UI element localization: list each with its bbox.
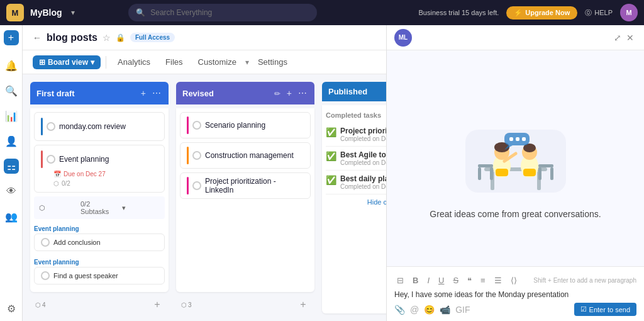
task-card[interactable]: Scenario planning <box>180 112 311 138</box>
help-button[interactable]: ⓪ HELP <box>585 8 613 18</box>
task-card[interactable]: Project prioritization - LinkedIn <box>180 172 311 199</box>
revised-add-button[interactable]: + <box>286 87 293 99</box>
chat-expand-button[interactable]: ⤢ <box>611 30 624 45</box>
task-card[interactable]: monday.com review <box>34 112 165 141</box>
bell-icon[interactable]: 🔔 <box>4 58 19 73</box>
first-draft-add-button[interactable]: + <box>140 87 147 99</box>
subtask-circle-icon <box>41 238 50 247</box>
add-task-button[interactable]: + <box>297 298 309 311</box>
chat-input[interactable] <box>394 290 636 299</box>
subtask-card[interactable]: Add conclusion <box>34 234 165 251</box>
enter-to-send-button[interactable]: ☑ Enter to send <box>574 303 636 316</box>
revised-menu-button[interactable]: ⋯ <box>297 87 308 99</box>
underline-button[interactable]: U <box>436 274 447 286</box>
quote-button[interactable]: ❝ <box>465 274 474 286</box>
chart-icon[interactable]: 📊 <box>4 108 19 123</box>
completed-task[interactable]: ✅ Best Agile tools Completed on Dec 25, … <box>326 147 386 171</box>
column-header-first-draft: First draft + ⋯ <box>30 82 169 104</box>
bold-button[interactable]: B <box>410 274 421 286</box>
upgrade-icon: ⚡ <box>514 9 523 17</box>
settings-button[interactable]: Settings <box>252 55 294 69</box>
revised-edit-button[interactable]: ✏ <box>273 87 282 99</box>
revised-title: Revised <box>182 89 269 98</box>
task-dot-icon <box>187 116 189 134</box>
bullet-list-button[interactable]: ≡ <box>478 274 488 286</box>
column-published: Published Completed tasks ✅ Project prio… <box>322 82 386 313</box>
chat-close-button[interactable]: ✕ <box>624 30 636 45</box>
files-button[interactable]: Files <box>159 55 189 69</box>
left-sidebar: + 🔔 🔍 📊 👤 ⚏ 👁 👥 ⚙ <box>0 25 23 321</box>
subtask-toggle[interactable]: ⬡ 0/2 Subtasks ▾ <box>34 196 165 219</box>
paperclip-icon[interactable]: 📎 <box>394 305 405 315</box>
user-avatar[interactable]: M <box>620 4 638 21</box>
subtask-circle-icon <box>41 271 50 280</box>
search-sidebar-icon[interactable]: 🔍 <box>4 83 19 98</box>
task-name: Event planning <box>41 150 158 168</box>
content-area: ← blog posts ☆ 🔒 Full Access ⊞ Board vie… <box>23 25 386 321</box>
group-icon[interactable]: 👥 <box>4 209 19 224</box>
revised-body: Scenario planning Construction managemen… <box>176 108 314 292</box>
app-name: MyBlog <box>30 8 62 18</box>
emoji-icon[interactable]: 😊 <box>424 305 435 315</box>
task-circle-icon <box>47 122 55 131</box>
first-draft-footer: ⬡ 4 + <box>30 296 169 313</box>
hide-completed-link[interactable]: Hide completed <box>326 194 386 206</box>
chat-tagline: Great ideas come from great conversation… <box>430 209 601 219</box>
task-card[interactable]: Construction management <box>180 142 311 169</box>
completed-check-icon: ✅ <box>326 175 336 185</box>
workspace-icon[interactable]: ⚏ <box>4 159 19 174</box>
subtask-group-label[interactable]: Event planning <box>34 256 165 267</box>
code-button[interactable]: ⟨⟩ <box>508 274 519 286</box>
task-circle-icon <box>192 181 201 190</box>
footer-count: ⬡ 4 <box>35 301 46 308</box>
analytics-button[interactable]: Analytics <box>111 55 157 69</box>
completed-task[interactable]: ✅ Best daily planners Completed on Dec 2… <box>326 171 386 194</box>
svg-rect-16 <box>478 164 493 167</box>
access-badge: Full Access <box>130 33 175 42</box>
board-view-button[interactable]: ⊞ Board view ▾ <box>33 55 101 69</box>
search-input[interactable] <box>150 8 309 17</box>
app-name-chevron-icon[interactable]: ▾ <box>71 8 75 17</box>
eye-icon[interactable]: 👁 <box>4 184 19 199</box>
back-button[interactable]: ← <box>33 33 42 43</box>
chat-icons-row: 📎 @ 😊 📹 GIF <box>394 305 470 315</box>
subtask-group-label[interactable]: Event planning <box>34 223 165 234</box>
published-title: Published <box>328 87 386 96</box>
completed-check-icon: ✅ <box>326 151 336 161</box>
gif-icon[interactable]: GIF <box>455 305 470 315</box>
customize-chevron-icon[interactable]: ▾ <box>245 58 249 67</box>
column-header-revised: Revised ✏ + ⋯ <box>176 82 314 104</box>
app-logo[interactable]: M <box>6 4 24 21</box>
attachment-icon[interactable]: ⊟ <box>394 274 406 286</box>
mention-icon[interactable]: @ <box>410 305 419 315</box>
first-draft-title: First draft <box>36 89 136 98</box>
task-card[interactable]: Event planning 📅 Due on Dec 27 ⬡ 0/2 <box>34 145 165 193</box>
column-first-draft: First draft + ⋯ monday.com review <box>30 82 169 313</box>
add-task-button[interactable]: + <box>151 298 164 311</box>
subtask-icon: ⬡ <box>39 204 77 212</box>
upgrade-button[interactable]: ⚡ Upgrade Now <box>506 6 577 20</box>
ordered-list-button[interactable]: ☰ <box>492 274 504 286</box>
footer-count: ⬡ 3 <box>181 301 192 308</box>
completed-task-info: Best daily planners Completed on Dec 25,… <box>340 174 386 190</box>
chat-input-area <box>394 290 636 299</box>
subtask-footer-icon: ⬡ <box>181 301 187 308</box>
star-icon[interactable]: ☆ <box>103 33 111 43</box>
subtask-group: Event planning Add conclusion <box>34 223 165 251</box>
project-header: ← blog posts ☆ 🔒 Full Access <box>23 25 386 50</box>
settings-sidebar-icon[interactable]: ⚙ <box>4 301 19 316</box>
video-icon[interactable]: 📹 <box>440 305 450 315</box>
italic-button[interactable]: I <box>425 274 432 286</box>
first-draft-menu-button[interactable]: ⋯ <box>151 87 162 99</box>
svg-rect-20 <box>538 167 541 180</box>
completed-label: Completed tasks <box>326 109 386 123</box>
search-bar[interactable]: 🔍 <box>128 4 317 21</box>
people-icon[interactable]: 👤 <box>4 133 19 149</box>
strikethrough-button[interactable]: S <box>450 274 461 286</box>
toolbar: ⊞ Board view ▾ Analytics Files Customize… <box>23 50 386 74</box>
subtask-chevron-icon: ▾ <box>122 204 160 212</box>
subtask-card[interactable]: Find a guest speaker <box>34 267 165 284</box>
customize-button[interactable]: Customize <box>192 55 243 69</box>
add-item-icon[interactable]: + <box>4 30 19 45</box>
completed-task[interactable]: ✅ Project prioritization Completed on De… <box>326 123 386 147</box>
